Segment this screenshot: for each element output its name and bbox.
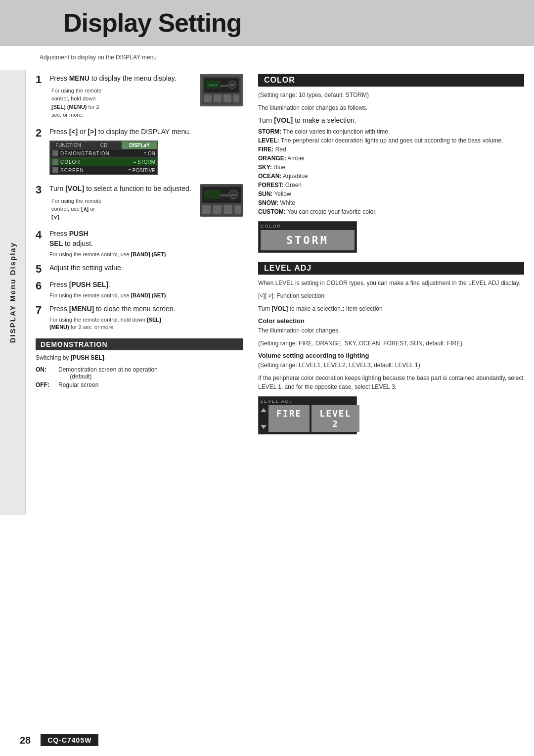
step-6-content: Press [PUSH SEL]. For using the remote c… bbox=[49, 280, 243, 299]
step-7-number: 7 bbox=[36, 304, 49, 316]
volume-setting-header: Volume setting according to lighting bbox=[258, 352, 524, 359]
level-display-label: LEVEL ADJ bbox=[261, 399, 355, 404]
step-1: 1 Press MENU to display the menu display… bbox=[36, 74, 243, 122]
content-area: 1 Press MENU to display the menu display… bbox=[26, 70, 534, 515]
on-row: ON: Demonstration screen at no operation… bbox=[36, 366, 243, 380]
step-2-number: 2 bbox=[36, 127, 49, 139]
color-setting-range-2: (Setting range: FIRE, ORANGE, SKY, OCEAN… bbox=[258, 339, 524, 348]
on-value: Demonstration screen at no operation (de… bbox=[58, 366, 158, 380]
step-3-number: 3 bbox=[36, 184, 49, 196]
color-display-value: STORM bbox=[261, 230, 355, 250]
svg-text:VOL: VOL bbox=[230, 84, 235, 87]
off-row: OFF: Regular screen bbox=[36, 381, 243, 388]
svg-text:SOURCE: SOURCE bbox=[209, 84, 218, 87]
step-3-note: For using the remotecontrol, use [∧] or[… bbox=[51, 197, 200, 222]
volume-setting-block: Volume setting according to lighting (Se… bbox=[258, 352, 524, 391]
menu-display: FUNCTION CD DISPLaY DEMONSTRATION = ON C… bbox=[49, 141, 158, 175]
step-3-main-text: Turn [VOL] to select a function to be ad… bbox=[49, 184, 200, 194]
step-4-number: 4 bbox=[36, 229, 49, 241]
menu-header-cd: CD bbox=[86, 142, 122, 149]
svg-rect-4 bbox=[223, 94, 231, 102]
page-footer: 28 CQ-C7405W bbox=[0, 734, 534, 746]
color-display-box: COLOR STORM bbox=[258, 221, 357, 253]
step-2: 2 Press [<] or [>] to display the DISPLA… bbox=[36, 127, 243, 180]
svg-rect-13 bbox=[202, 205, 211, 214]
menu-row-label-1: DEMONSTRATION bbox=[60, 151, 143, 156]
color-setting-range: (Setting range: 10 types, default: STORM… bbox=[258, 91, 524, 99]
step-2-content: Press [<] or [>] to display the DISPLAY … bbox=[49, 127, 243, 180]
menu-header-function: FUNCTION bbox=[50, 142, 86, 149]
menu-row-value-2: = STORM bbox=[133, 159, 155, 165]
step-1-main-text: Press MENU to display the menu display. bbox=[49, 74, 200, 84]
volume-setting-note: If the peripheral color decoration keeps… bbox=[258, 374, 524, 391]
level-display-value2: LEVEL 2 bbox=[312, 405, 359, 432]
menu-row-screen: SCREEN = POSITIVE bbox=[50, 166, 157, 174]
level-adj-description: When LEVEL is setting in COLOR types, yo… bbox=[258, 279, 524, 287]
step-5-number: 5 bbox=[36, 263, 49, 275]
step-5: 5 Adjust the setting value. bbox=[36, 263, 243, 275]
device-svg-2: Panasonic VOL bbox=[200, 185, 243, 216]
menu-row-value-3: = POSITIVE bbox=[128, 168, 155, 173]
svg-rect-3 bbox=[214, 94, 222, 102]
svg-rect-15 bbox=[223, 205, 232, 214]
step-3-text: Turn [VOL] to select a function to be ad… bbox=[49, 184, 200, 221]
step-4-note: For using the remote control, use [BAND]… bbox=[49, 251, 243, 258]
step-1-number: 1 bbox=[36, 74, 49, 86]
step-4: 4 Press PUSHSEL to adjust. For using the… bbox=[36, 229, 243, 258]
color-items: STORM: The color varies in conjunction w… bbox=[258, 127, 524, 216]
svg-rect-5 bbox=[233, 94, 239, 102]
level-arrow-down-icon bbox=[261, 425, 267, 429]
sidebar-label: DISPLAY Menu Display bbox=[0, 70, 26, 515]
step-1-main-row: Press MENU to display the menu display. … bbox=[49, 74, 243, 119]
menu-row-value-1: = ON bbox=[143, 151, 155, 156]
menu-row-label-3: SCREEN bbox=[60, 168, 128, 173]
color-display-label: COLOR bbox=[261, 224, 355, 229]
step-6: 6 Press [PUSH SEL]. For using the remote… bbox=[36, 280, 243, 299]
page-number: 28 bbox=[20, 735, 31, 746]
svg-text:VOL: VOL bbox=[231, 194, 236, 197]
step-1-content: Press MENU to display the menu display. … bbox=[49, 74, 243, 122]
level-arrow-up-icon bbox=[261, 408, 267, 412]
color-vol-instruction: Turn [VOL] to make a selection. bbox=[258, 116, 524, 124]
title-area: Display Setting bbox=[0, 0, 534, 46]
step-3-content: Turn [VOL] to select a function to be ad… bbox=[49, 184, 243, 224]
svg-rect-18 bbox=[204, 190, 221, 199]
svg-rect-14 bbox=[213, 205, 222, 214]
menu-header: FUNCTION CD DISPLaY bbox=[50, 142, 157, 149]
demonstration-switching: Switching by [PUSH SEL]. bbox=[36, 353, 243, 362]
step-4-content: Press PUSHSEL to adjust. For using the r… bbox=[49, 229, 243, 258]
level-display-box: LEVEL ADJ FIRE LEVEL 2 bbox=[258, 396, 357, 434]
level-adj-header: LEVEL ADJ bbox=[258, 262, 524, 275]
step-6-number: 6 bbox=[36, 280, 49, 292]
step-3-device-image: Panasonic VOL bbox=[200, 184, 243, 217]
level-adj-vol-instruction: Turn [VOL] to make a selection.: Item se… bbox=[258, 304, 524, 313]
step-5-content: Adjust the setting value. bbox=[49, 263, 243, 273]
menu-header-display: DISPLaY bbox=[122, 142, 157, 149]
page-title: Display Setting bbox=[63, 9, 519, 37]
step-1-text: Press MENU to display the menu display. … bbox=[49, 74, 200, 119]
color-selection-desc: The illumination color changes. bbox=[258, 326, 524, 335]
step-1-note: For using the remotecontrol, hold down[S… bbox=[51, 87, 200, 119]
demonstration-section: DEMONSTRATION Switching by [PUSH SEL]. O… bbox=[36, 338, 243, 388]
volume-setting-desc: (Setting range: LEVEL1, LEVEL2, LEVEL3, … bbox=[258, 361, 524, 370]
left-column: 1 Press MENU to display the menu display… bbox=[26, 70, 253, 515]
color-section: COLOR (Setting range: 10 types, default:… bbox=[258, 74, 524, 253]
demonstration-header: DEMONSTRATION bbox=[36, 338, 243, 350]
step-5-main-text: Adjust the setting value. bbox=[49, 263, 243, 273]
step-1-device-image: Panasonic SOURCE VOL bbox=[200, 74, 243, 106]
off-value: Regular screen bbox=[58, 381, 98, 388]
step-2-main-text: Press [<] or [>] to display the DISPLAY … bbox=[49, 127, 243, 137]
level-adj-section: LEVEL ADJ When LEVEL is setting in COLOR… bbox=[258, 262, 524, 434]
step-7-main-text: Press [MENU] to close the menu screen. bbox=[49, 304, 243, 314]
menu-row-icon-3 bbox=[52, 167, 58, 173]
step-6-note: For using the remote control, use [BAND]… bbox=[49, 292, 243, 299]
menu-row-icon-2 bbox=[52, 159, 58, 165]
color-section-header: COLOR bbox=[258, 74, 524, 87]
on-label: ON: bbox=[36, 366, 53, 380]
step-6-main-text: Press [PUSH SEL]. bbox=[49, 280, 243, 290]
sidebar-label-text: DISPLAY Menu Display bbox=[8, 242, 17, 343]
step-3: 3 Turn [VOL] to select a function to be … bbox=[36, 184, 243, 224]
main-layout: DISPLAY Menu Display 1 Press MENU to dis… bbox=[0, 70, 534, 515]
off-label: OFF: bbox=[36, 381, 53, 388]
level-display-value1: FIRE bbox=[268, 405, 310, 432]
